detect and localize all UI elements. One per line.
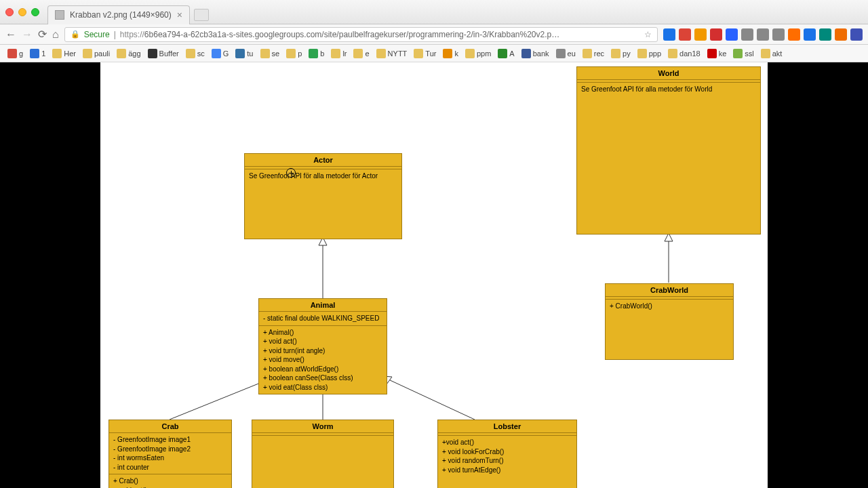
- bookmark-item[interactable]: lr: [329, 48, 349, 59]
- extension-icon[interactable]: [741, 28, 753, 41]
- class-member: + void act(): [263, 337, 382, 346]
- extension-icon[interactable]: [819, 28, 831, 41]
- home-button[interactable]: ⌂: [52, 28, 59, 41]
- window-controls[interactable]: [5, 8, 39, 16]
- bookmark-item[interactable]: NYTT: [374, 48, 410, 59]
- bookmark-label: dan18: [679, 49, 701, 58]
- bookmark-item[interactable]: tu: [233, 48, 255, 59]
- class-member: +void act(): [442, 438, 572, 447]
- class-title: Actor: [245, 154, 401, 167]
- class-member: + void randomTurn(): [442, 456, 572, 466]
- bookmark-label: NYTT: [388, 49, 408, 58]
- bookmark-item[interactable]: p: [284, 48, 304, 59]
- folder-icon: [583, 49, 592, 58]
- class-member: + Crab(): [113, 476, 227, 486]
- bookmark-item[interactable]: Buffer: [146, 48, 181, 59]
- magnify-cursor-icon: [286, 168, 296, 178]
- bookmark-label: g: [19, 49, 23, 58]
- bookmark-item[interactable]: ppm: [463, 48, 493, 59]
- bookmark-label: sc: [197, 49, 205, 58]
- bookmark-label: tu: [247, 49, 253, 58]
- bookmark-item[interactable]: bank: [519, 48, 551, 59]
- extension-icon[interactable]: [694, 28, 707, 41]
- extension-icon[interactable]: [850, 28, 863, 41]
- favicon-icon: [7, 49, 17, 58]
- folder-icon: [260, 49, 270, 58]
- class-member: + void move(): [263, 355, 382, 365]
- extension-icon[interactable]: [788, 28, 800, 41]
- bookmark-item[interactable]: eu: [554, 48, 578, 59]
- class-title: Animal: [259, 299, 387, 312]
- minimize-window-button[interactable]: [18, 8, 26, 16]
- close-tab-icon[interactable]: ×: [177, 10, 182, 20]
- folder-icon: [465, 49, 475, 58]
- diagram-page[interactable]: Actor Se Greenfoot API för alla metoder …: [100, 62, 768, 488]
- class-operations: +void act()+ void lookForCrab()+ void ra…: [438, 436, 576, 476]
- bookmark-item[interactable]: ssl: [731, 48, 755, 59]
- favicon-icon: [556, 49, 566, 58]
- class-note: Se Greenfoot API för alla metoder för Wo…: [581, 85, 756, 94]
- class-member: - int counter: [113, 463, 227, 472]
- extension-icon[interactable]: [757, 28, 769, 41]
- extension-icon[interactable]: [726, 28, 738, 41]
- class-member: + void act(): [113, 486, 227, 489]
- browser-toolbar: ← → ⟳ ⌂ 🔒 Secure | https://6b6ea794-a-62…: [0, 24, 868, 45]
- bookmark-item[interactable]: dan18: [666, 48, 703, 59]
- bookmark-item[interactable]: 1: [28, 48, 47, 59]
- class-member: - int wormsEaten: [113, 453, 227, 463]
- bookmark-item[interactable]: rec: [580, 48, 606, 59]
- browser-tab[interactable]: Krabban v2.png (1449×960) ×: [47, 5, 190, 24]
- reload-button[interactable]: ⟳: [38, 28, 47, 41]
- bookmark-item[interactable]: ägg: [115, 48, 142, 59]
- bookmark-item[interactable]: g: [5, 48, 25, 59]
- extension-icon[interactable]: [710, 28, 722, 41]
- extension-icon[interactable]: [835, 28, 847, 41]
- bookmark-item[interactable]: pauli: [81, 48, 112, 59]
- extension-icon[interactable]: [772, 28, 785, 41]
- viewport: Actor Se Greenfoot API för alla metoder …: [0, 62, 868, 488]
- back-button[interactable]: ←: [5, 28, 16, 41]
- bookmark-item[interactable]: ke: [705, 48, 729, 59]
- bookmark-label: akt: [772, 49, 783, 58]
- folder-icon: [761, 49, 770, 58]
- bookmark-item[interactable]: se: [258, 48, 282, 59]
- bookmark-label: e: [365, 49, 369, 58]
- address-bar[interactable]: 🔒 Secure | https://6b6ea794-a-62cb3a1a-s…: [64, 27, 658, 42]
- bookmarks-bar: g1HerpauliäggBufferscGtusepblreNYTTTurkp…: [0, 45, 868, 62]
- folder-icon: [376, 49, 386, 58]
- extension-icon[interactable]: [679, 28, 691, 41]
- bookmark-item[interactable]: G: [210, 48, 231, 59]
- bookmark-item[interactable]: ppp: [635, 48, 663, 59]
- bookmark-item[interactable]: akt: [759, 48, 785, 59]
- class-crabworld: CrabWorld + CrabWorld(): [605, 283, 734, 360]
- bookmark-item[interactable]: Tur: [412, 48, 438, 59]
- class-member: + void eat(Class clss): [263, 383, 382, 392]
- class-lobster: Lobster +void act()+ void lookForCrab()+…: [437, 420, 577, 488]
- new-tab-button[interactable]: [194, 9, 209, 21]
- secure-label: Secure: [84, 30, 110, 39]
- forward-button[interactable]: →: [22, 28, 33, 41]
- favicon-icon: [443, 49, 452, 58]
- bookmark-label: se: [272, 49, 280, 58]
- bookmark-item[interactable]: e: [351, 48, 371, 59]
- extension-icon[interactable]: [663, 28, 675, 41]
- maximize-window-button[interactable]: [31, 8, 39, 16]
- bookmark-item[interactable]: Her: [50, 48, 78, 59]
- extension-icon[interactable]: [804, 28, 816, 41]
- bookmark-star-icon[interactable]: ☆: [644, 30, 652, 39]
- close-window-button[interactable]: [5, 8, 14, 16]
- class-title: CrabWorld: [606, 284, 733, 297]
- bookmark-item[interactable]: b: [307, 48, 326, 59]
- class-member: + void turnAtEdge(): [442, 466, 572, 475]
- favicon-icon: [309, 49, 318, 58]
- folder-icon: [611, 49, 620, 58]
- bookmark-item[interactable]: A: [496, 48, 516, 59]
- class-member: - GreenfootImage image1: [113, 435, 227, 445]
- bookmark-item[interactable]: sc: [184, 48, 207, 59]
- bookmark-label: bank: [533, 49, 549, 58]
- bookmark-label: Tur: [425, 49, 436, 58]
- favicon-icon: [733, 49, 743, 58]
- bookmark-item[interactable]: k: [441, 48, 460, 59]
- class-member: + Animal(): [263, 328, 382, 338]
- bookmark-item[interactable]: py: [609, 48, 633, 59]
